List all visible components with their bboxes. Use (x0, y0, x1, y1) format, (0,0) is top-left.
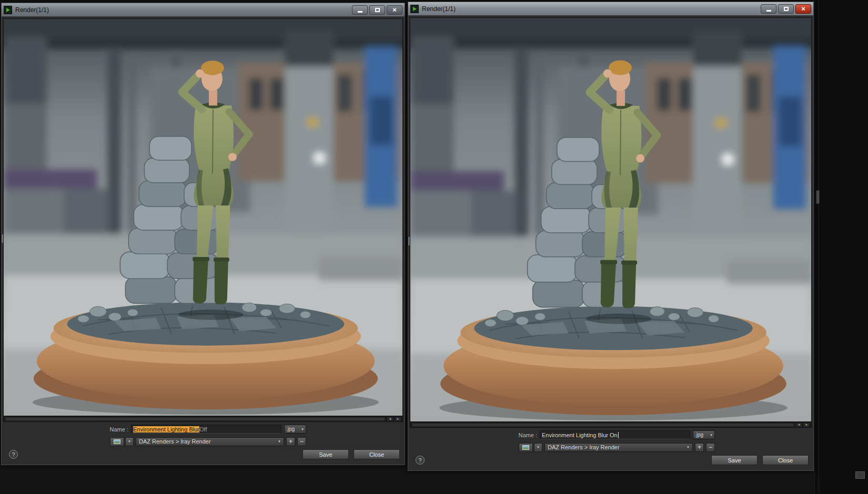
minimize-icon (358, 11, 362, 13)
minimize-button[interactable] (352, 5, 368, 15)
render-name-input[interactable]: Environment Lighting Blur On (540, 430, 690, 439)
save-button[interactable]: Save (302, 449, 349, 459)
scroll-left-icon[interactable]: ◄ (795, 423, 802, 427)
render-viewport: ◄ ► (410, 17, 812, 428)
maximize-icon (375, 8, 380, 12)
daz-app-icon (410, 5, 419, 13)
chevron-down-icon: ▼ (537, 446, 540, 449)
folder-path-value: DAZ Renders > Iray Render (139, 438, 211, 445)
text-caret (618, 432, 619, 438)
chevron-down-icon: ▼ (301, 428, 304, 431)
add-folder-button[interactable]: + (695, 443, 704, 452)
remove-folder-button[interactable]: − (297, 437, 306, 446)
horizontal-scrollbar[interactable]: ◄ ► (4, 416, 402, 421)
titlebar[interactable]: Render(1/1) × (2, 3, 405, 17)
close-icon: × (801, 5, 805, 12)
save-button[interactable]: Save (711, 455, 758, 465)
close-action-button[interactable]: Close (762, 455, 809, 465)
desktop-background: Render(1/1) × ◄ ► Name : Envi (0, 0, 868, 494)
name-suffix: Off (199, 426, 207, 433)
render-name-input[interactable]: Environment Lighting Blur Off (131, 425, 281, 434)
chevron-down-icon: ▼ (278, 440, 281, 443)
render-window-right: Render(1/1) × ◄ ► Name : Envi (408, 2, 814, 471)
album-dropdown-button[interactable]: ▼ (534, 443, 542, 452)
app-background-strip (814, 0, 868, 494)
render-viewport: ◄ ► (3, 18, 403, 422)
close-action-button[interactable]: Close (354, 449, 400, 459)
maximize-icon (784, 7, 789, 11)
image-icon (522, 445, 529, 450)
chevron-down-icon: ▼ (710, 434, 713, 437)
image-icon (114, 439, 120, 444)
titlebar[interactable]: Render(1/1) × (408, 2, 813, 16)
chevron-down-icon: ▼ (128, 440, 131, 443)
daz-logo-icon (6, 8, 10, 12)
album-button[interactable] (110, 437, 124, 446)
window-corner-grip[interactable] (855, 471, 865, 479)
window-body: ◄ ► Name : Environment Lighting Blur On … (408, 16, 813, 470)
daz-app-icon (4, 6, 12, 14)
album-button[interactable] (519, 443, 533, 452)
rendered-image (410, 18, 811, 421)
vertical-scrollbar-track[interactable] (819, 0, 819, 494)
close-button[interactable]: × (387, 5, 402, 15)
scroll-left-icon[interactable]: ◄ (387, 417, 393, 421)
close-button[interactable]: × (795, 4, 811, 14)
render-folder-dropdown[interactable]: DAZ Renders > Iray Render ▼ (544, 443, 693, 452)
scroll-right-icon[interactable]: ► (803, 423, 810, 427)
maximize-button[interactable] (778, 4, 794, 14)
name-value: Environment Lighting Blur On (542, 432, 618, 438)
minimize-icon (766, 10, 771, 12)
window-title: Render(1/1) (15, 6, 349, 14)
album-dropdown-button[interactable]: ▼ (125, 437, 134, 446)
scrollbar-thumb[interactable] (5, 417, 385, 421)
add-folder-button[interactable]: + (286, 437, 295, 446)
vertical-scrollbar-thumb[interactable] (816, 190, 820, 204)
scrollbar-thumb[interactable] (412, 423, 794, 427)
scroll-right-icon[interactable]: ► (395, 417, 401, 421)
render-controls: Name : Environment Lighting Blur Off .jp… (3, 422, 403, 463)
remove-folder-button[interactable]: − (706, 443, 715, 452)
format-dropdown[interactable]: .jpg ▼ (693, 430, 715, 439)
chevron-down-icon: ▼ (687, 446, 690, 449)
selected-text: Environment Lighting Blur (133, 426, 199, 433)
render-window-left: Render(1/1) × ◄ ► Name : Envi (1, 3, 405, 465)
render-folder-dropdown[interactable]: DAZ Renders > Iray Render ▼ (136, 437, 284, 446)
horizontal-scrollbar[interactable]: ◄ ► (410, 421, 811, 427)
window-title: Render(1/1) (422, 5, 758, 13)
rendered-image (4, 19, 402, 416)
name-label: Name : (110, 426, 128, 433)
window-body: ◄ ► Name : Environment Lighting Blur Off… (2, 17, 405, 465)
render-controls: Name : Environment Lighting Blur On .jpg… (410, 428, 812, 469)
folder-path-value: DAZ Renders > Iray Render (548, 444, 620, 450)
help-button[interactable]: ? (416, 456, 425, 465)
minimize-button[interactable] (761, 4, 776, 14)
daz-logo-icon (413, 7, 417, 11)
format-value: .jpg (695, 432, 703, 438)
format-value: .jpg (286, 426, 295, 432)
close-icon: × (392, 6, 397, 13)
maximize-button[interactable] (369, 5, 385, 15)
format-dropdown[interactable]: .jpg ▼ (284, 425, 306, 434)
name-label: Name : (519, 432, 537, 438)
help-button[interactable]: ? (9, 450, 18, 459)
